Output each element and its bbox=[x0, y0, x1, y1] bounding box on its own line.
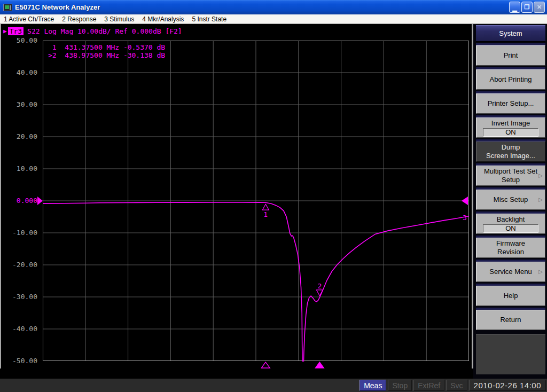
marker-1-number: 1 bbox=[263, 210, 268, 218]
softkey-list: PrintAbort PrintingPrinter Setup...Inver… bbox=[476, 45, 545, 330]
softkey-abort-printing[interactable]: Abort Printing bbox=[476, 69, 545, 90]
status-bar: MeasStopExtRefSvc 2010-02-26 14:00 bbox=[0, 379, 547, 392]
restore-icon: ❐ bbox=[525, 4, 530, 11]
y-axis-label: -20.00 bbox=[1, 261, 37, 269]
menu-item-1-active-ch-trace[interactable]: 1 Active Ch/Trace bbox=[4, 15, 54, 23]
menu-bar: 1 Active Ch/Trace2 Response3 Stimulus4 M… bbox=[0, 14, 547, 24]
menu-item-4-mkr-analysis[interactable]: 4 Mkr/Analysis bbox=[142, 15, 184, 23]
instrument-screen: ▶ Tr3 S22 Log Mag 10.00dB/ Ref 0.000dB [… bbox=[0, 24, 473, 369]
softkey-value-box: ON bbox=[483, 128, 538, 137]
y-axis-label: 10.00 bbox=[1, 164, 37, 173]
ref-level-marker-right-icon bbox=[462, 197, 468, 205]
y-axis-label: 50.00 bbox=[1, 36, 37, 44]
menu-item-3-stimulus[interactable]: 3 Stimulus bbox=[104, 15, 134, 23]
softkey-sidebar: System PrintAbort PrintingPrinter Setup.… bbox=[473, 24, 547, 379]
active-trace-arrow-icon: ▶ bbox=[3, 28, 7, 35]
softkey-label: Help bbox=[504, 292, 518, 300]
minimize-icon: ▁ bbox=[512, 5, 517, 12]
window-title: E5071C Network Analyzer bbox=[15, 3, 100, 11]
softkey-label: Invert Image bbox=[491, 119, 530, 128]
restore-button[interactable]: ❐ bbox=[521, 2, 533, 13]
y-axis-label: 30.00 bbox=[1, 100, 37, 108]
softkey-dump-screen-image[interactable]: Dump Screen Image... bbox=[476, 142, 545, 162]
softkey-label: Backlight bbox=[497, 215, 525, 224]
y-axis-label: -50.00 bbox=[1, 357, 37, 365]
y-axis-label: 20.00 bbox=[1, 132, 37, 140]
softkey-invert-image[interactable]: Invert ImageON bbox=[476, 117, 545, 138]
y-axis-label: -30.00 bbox=[1, 293, 37, 301]
minimize-button[interactable]: ▁ bbox=[509, 2, 520, 13]
y-axis-label: -40.00 bbox=[1, 325, 37, 333]
submenu-arrow-icon: ▷ bbox=[538, 195, 543, 204]
softkey-label: Return bbox=[500, 316, 521, 324]
softkey-firmware-revision[interactable]: Firmware Revision bbox=[476, 238, 545, 258]
marker-1-symbol: 1 bbox=[262, 204, 269, 218]
trace-format-text: S22 Log Mag 10.00dB/ Ref 0.000dB [F2] bbox=[27, 27, 182, 35]
softkey-label: Firmware Revision bbox=[496, 239, 525, 256]
trace-number-label: 3 bbox=[463, 214, 467, 222]
trace-id-badge[interactable]: Tr3 bbox=[8, 27, 24, 35]
menu-item-5-instr-state[interactable]: 5 Instr State bbox=[192, 15, 226, 23]
status-svc: Svc bbox=[446, 380, 467, 391]
y-axis-label: 40.00 bbox=[1, 68, 37, 76]
ref-level-marker-left-icon bbox=[37, 197, 43, 205]
status-extref: ExtRef bbox=[413, 380, 444, 391]
softkey-printer-setup[interactable]: Printer Setup... bbox=[476, 93, 545, 114]
y-axis-label: 0.000 bbox=[1, 197, 37, 205]
marker-1-triangle-icon bbox=[262, 204, 269, 210]
softkey-label: Dump Screen Image... bbox=[486, 143, 535, 160]
softkey-label: Service Menu bbox=[489, 268, 532, 276]
menu-item-2-response[interactable]: 2 Response bbox=[62, 15, 96, 23]
plot-grid bbox=[43, 41, 469, 361]
softkey-label: Abort Printing bbox=[490, 75, 532, 84]
sidebar-filler bbox=[476, 334, 545, 374]
softkey-print[interactable]: Print bbox=[476, 45, 545, 66]
marker-2-number: 2 bbox=[317, 282, 322, 290]
softkey-label: Multiport Test Set Setup bbox=[484, 167, 537, 184]
marker-2-symbol: 2 bbox=[316, 282, 323, 296]
marker-1-stimulus-triangle-icon bbox=[261, 362, 270, 368]
softkey-return[interactable]: Return bbox=[476, 310, 545, 330]
network-analyzer-window: E5071C Network Analyzer ▁ ❐ ✕ 1 Active C… bbox=[0, 0, 547, 392]
softkey-multiport-test-set-setup[interactable]: Multiport Test Set Setup▷ bbox=[476, 166, 545, 186]
marker-2-stimulus-triangle-icon bbox=[315, 362, 324, 368]
softkey-service-menu[interactable]: Service Menu▷ bbox=[476, 262, 545, 282]
softkey-menu-title: System bbox=[476, 25, 545, 42]
softkey-label: Print bbox=[504, 51, 518, 60]
softkey-value-box: ON bbox=[483, 224, 538, 233]
softkey-label: Misc Setup bbox=[494, 195, 528, 204]
softkey-misc-setup[interactable]: Misc Setup▷ bbox=[476, 190, 545, 210]
softkey-backlight[interactable]: BacklightON bbox=[476, 214, 545, 234]
title-bar: E5071C Network Analyzer ▁ ❐ ✕ bbox=[0, 0, 547, 14]
close-button: ✕ bbox=[534, 2, 545, 13]
y-axis-label: -10.00 bbox=[1, 229, 37, 237]
submenu-arrow-icon: ▷ bbox=[538, 171, 543, 180]
softkey-help[interactable]: Help bbox=[476, 286, 545, 306]
measurement-plot: 312 bbox=[43, 41, 469, 369]
status-indicators: MeasStopExtRefSvc bbox=[360, 380, 467, 391]
status-stop: Stop bbox=[388, 380, 412, 391]
trace-status-line: ▶ Tr3 S22 Log Mag 10.00dB/ Ref 0.000dB [… bbox=[3, 27, 182, 35]
submenu-arrow-icon: ▷ bbox=[538, 268, 543, 276]
app-icon bbox=[3, 4, 12, 11]
datetime-display: 2010-02-26 14:00 bbox=[469, 380, 546, 391]
status-meas: Meas bbox=[360, 380, 386, 391]
close-icon: ✕ bbox=[537, 4, 542, 11]
window-controls: ▁ ❐ ✕ bbox=[509, 2, 545, 13]
softkey-label: Printer Setup... bbox=[488, 99, 534, 108]
